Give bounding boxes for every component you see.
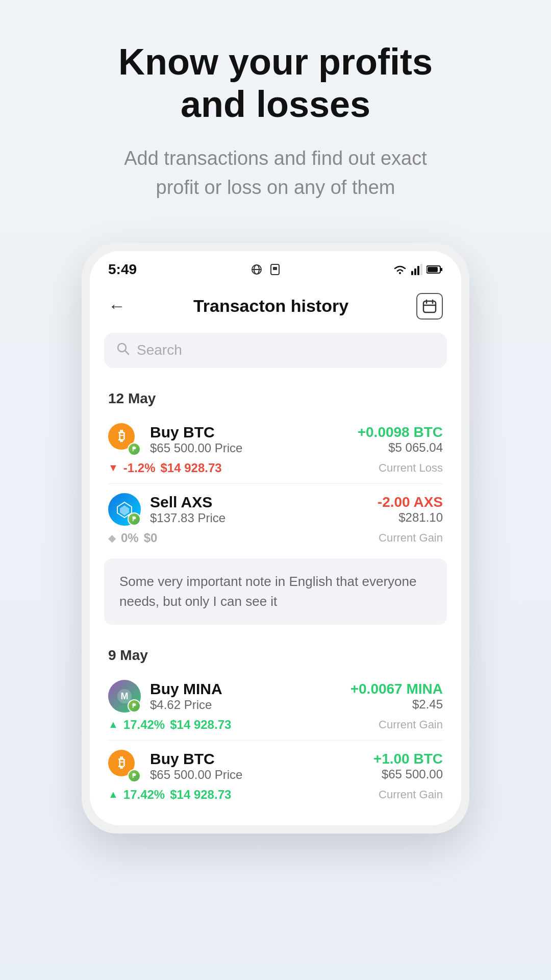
tx-item-sell-axs[interactable]: ₱ Sell AXS $137.83 Price -2.00 AXS $281.…	[90, 484, 461, 553]
hero-section: Know your profits and losses Add transac…	[0, 0, 551, 223]
note-box: Some very important note in English that…	[104, 558, 447, 625]
svg-rect-13	[423, 301, 436, 312]
svg-rect-9	[420, 264, 422, 275]
tx-amount-buy-mina: +0.0067 MINA	[350, 681, 443, 697]
svg-line-18	[125, 351, 129, 354]
status-center-icons	[249, 264, 281, 275]
tx-amount-buy-btc-2: +1.00 BTC	[373, 751, 443, 767]
tx-amount-sell-axs: -2.00 AXS	[378, 494, 443, 510]
pl-amount-btc-2: $14 928.73	[170, 788, 231, 802]
mina-coin-icon: M ₱	[108, 680, 141, 713]
sim-icon	[269, 264, 281, 275]
battery-icon	[427, 265, 443, 274]
tx-price-buy-btc-1: $65 500.00 Price	[150, 441, 242, 455]
tx-name-buy-btc-1: Buy BTC	[150, 424, 242, 441]
btc-coin-icon: ₿ ₱	[108, 423, 141, 456]
tx-right-sell-axs: -2.00 AXS $281.10	[378, 494, 443, 525]
tx-value-buy-mina: $2.45	[350, 697, 443, 712]
pl-indicator-neutral: ◆	[108, 532, 116, 544]
svg-rect-12	[428, 267, 438, 272]
svg-rect-4	[273, 267, 277, 270]
hero-title: Know your profits and losses	[31, 41, 520, 126]
search-icon	[116, 342, 130, 359]
pl-label-axs: Current Gain	[379, 531, 443, 545]
pl-indicator-up-mina: ▲	[108, 719, 118, 730]
svg-rect-6	[411, 271, 413, 275]
svg-text:M: M	[121, 691, 129, 701]
axs-portfolio-mini: ₱	[128, 512, 141, 526]
globe-icon	[249, 264, 264, 275]
tx-item-buy-btc-2[interactable]: ₿ ₱ Buy BTC $65 500.00 Price +1.00 BTC $…	[90, 741, 461, 810]
status-right-icons	[393, 264, 443, 275]
tx-name-buy-btc-2: Buy BTC	[150, 750, 242, 768]
pl-pct-mina: 17.42%	[123, 718, 165, 732]
date-header-12may: 12 May	[90, 378, 461, 414]
status-bar: 5:49	[90, 251, 461, 283]
svg-point-5	[399, 272, 401, 274]
calendar-button[interactable]	[416, 293, 443, 320]
pl-indicator-down: ▼	[108, 462, 118, 474]
pl-indicator-up-btc2: ▲	[108, 789, 118, 800]
tx-name-buy-mina: Buy MINA	[150, 680, 222, 698]
tx-right-buy-btc-1: +0.0098 BTC $5 065.04	[358, 424, 443, 455]
search-bar-wrap: Search	[90, 328, 461, 378]
tx-right-buy-btc-2: +1.00 BTC $65 500.00	[373, 751, 443, 781]
svg-rect-7	[414, 268, 416, 275]
phone-mockup: 5:49	[82, 243, 469, 834]
svg-rect-8	[417, 266, 419, 275]
note-text: Some very important note in English that…	[119, 572, 432, 611]
pl-label-btc-2: Current Gain	[379, 788, 443, 801]
portfolio-mini-badge: ₱	[128, 443, 141, 456]
pl-amount-mina: $14 928.73	[170, 718, 231, 732]
search-placeholder: Search	[137, 342, 182, 358]
calendar-icon	[422, 299, 437, 313]
tx-price-buy-btc-2: $65 500.00 Price	[150, 768, 242, 782]
pl-pct-axs: 0%	[121, 531, 139, 545]
pl-pct-btc-1: -1.2%	[123, 461, 156, 475]
tx-value-buy-btc-2: $65 500.00	[373, 767, 443, 781]
tx-item-buy-mina[interactable]: M ₱ Buy MINA $4.62 Price +0.0067 MINA $2…	[90, 671, 461, 740]
axs-coin-icon: ₱	[108, 493, 141, 526]
svg-marker-20	[120, 505, 129, 516]
btc-coin-icon-2: ₿ ₱	[108, 750, 141, 782]
svg-rect-11	[440, 268, 442, 271]
tx-value-buy-btc-1: $5 065.04	[358, 440, 443, 455]
tx-name-sell-axs: Sell AXS	[150, 494, 226, 511]
signal-icon	[411, 264, 422, 275]
hero-subtitle: Add transactions and find out exact prof…	[31, 144, 520, 202]
pl-amount-axs: $0	[144, 531, 158, 545]
tx-price-sell-axs: $137.83 Price	[150, 511, 226, 525]
tx-item-buy-btc-1[interactable]: ₿ ₱ Buy BTC $65 500.00 Price +0.0098 BTC…	[90, 414, 461, 483]
app-navbar: ← Transacton history	[90, 283, 461, 328]
pl-amount-btc-1: $14 928.73	[161, 461, 222, 475]
status-time: 5:49	[108, 261, 137, 278]
tx-value-sell-axs: $281.10	[378, 510, 443, 525]
back-button[interactable]: ←	[108, 296, 126, 316]
tx-price-buy-mina: $4.62 Price	[150, 698, 222, 712]
search-svg	[116, 342, 130, 355]
date-label-12may: 12 May	[108, 390, 156, 406]
portfolio-mini-badge-2: ₱	[128, 769, 141, 782]
search-bar[interactable]: Search	[104, 333, 447, 368]
bottom-padding	[90, 810, 461, 825]
nav-title: Transacton history	[193, 296, 348, 316]
pl-pct-btc-2: 17.42%	[123, 788, 165, 802]
pl-label-btc-1: Current Loss	[379, 461, 443, 475]
wifi-icon	[393, 264, 407, 275]
tx-right-buy-mina: +0.0067 MINA $2.45	[350, 681, 443, 712]
tx-amount-buy-btc-1: +0.0098 BTC	[358, 424, 443, 440]
date-label-9may: 9 May	[108, 647, 148, 663]
date-header-9may: 9 May	[90, 635, 461, 671]
mina-portfolio-mini: ₱	[128, 699, 141, 713]
pl-label-mina: Current Gain	[379, 718, 443, 731]
